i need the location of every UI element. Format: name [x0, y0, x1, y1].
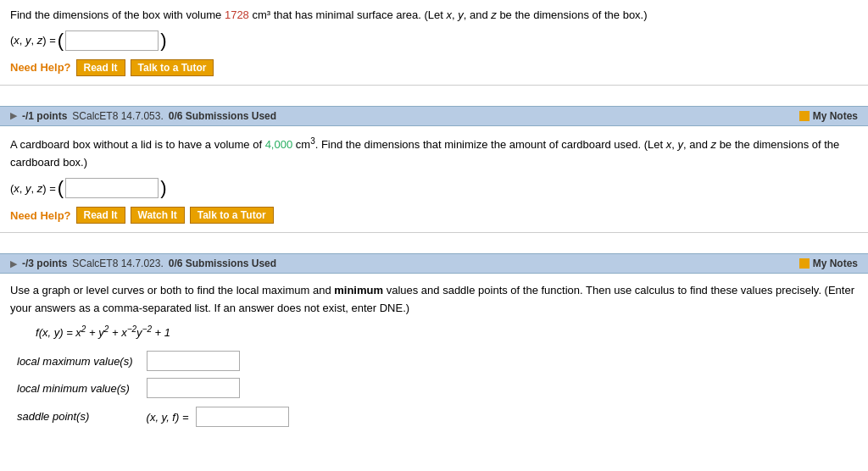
problem2-header: ▶ -/1 points SCalcET8 14.7.053. 0/6 Subm… [0, 106, 868, 126]
problem1-section: Find the dimensions of the box with volu… [0, 0, 868, 85]
close-paren-1: ) [160, 31, 166, 50]
saddle-inner-row: (x, y, f) = [147, 407, 289, 427]
need-help-row-2: Need Help? Read It Watch It Talk to a Tu… [10, 207, 858, 224]
local-min-row: local minimum value(s) [10, 374, 296, 402]
local-max-input[interactable] [147, 351, 240, 371]
answer-input-2[interactable] [65, 178, 159, 198]
read-it-btn-2[interactable]: Read It [76, 207, 125, 224]
problem3-code: SCalcET8 14.7.023. [72, 258, 163, 269]
local-min-label: local minimum value(s) [10, 374, 140, 402]
values-table: local maximum value(s) local minimum val… [10, 347, 296, 430]
answer-label-1: (x, y, z) = [10, 34, 56, 47]
saddle-row-table: saddle point(s) (x, y, f) = [10, 402, 296, 430]
talk-tutor-btn-2[interactable]: Talk to a Tutor [190, 207, 274, 224]
problem2-section: A cardboard box without a lid is to have… [0, 126, 868, 233]
answer-label-2: (x, y, z) = [10, 182, 56, 195]
local-min-cell [140, 374, 296, 402]
close-paren-2: ) [160, 179, 166, 197]
need-help-row-1: Need Help? Read It Talk to a Tutor [10, 59, 858, 76]
problem2-submissions: 0/6 Submissions Used [169, 110, 276, 122]
spacer-2 [0, 233, 868, 247]
spacer-1 [0, 86, 868, 99]
problem3-section: Use a graph or level curves or both to f… [0, 274, 868, 446]
saddle-coords: (x, y, f) = [147, 411, 189, 424]
read-it-btn-1[interactable]: Read It [76, 59, 125, 76]
answer-line-1: (x, y, z) = ( ) [10, 30, 858, 51]
problem3-points: -/3 points [22, 258, 67, 269]
problem2-points: -/1 points [22, 110, 67, 122]
problem3-submissions: 0/6 Submissions Used [169, 258, 276, 269]
open-paren-1: ( [58, 31, 64, 50]
local-max-row: local maximum value(s) [10, 347, 296, 374]
problem3-header-left: ▶ -/3 points SCalcET8 14.7.023. 0/6 Subm… [10, 258, 276, 269]
problem3-text: Use a graph or level curves or both to f… [10, 282, 858, 318]
problem3-header: ▶ -/3 points SCalcET8 14.7.023. 0/6 Subm… [0, 253, 868, 274]
notes-icon-2 [799, 111, 810, 121]
answer-line-2: (x, y, z) = ( ) [10, 178, 858, 198]
problem2-code: SCalcET8 14.7.053. [72, 110, 163, 122]
problem2-header-left: ▶ -/1 points SCalcET8 14.7.053. 0/6 Subm… [10, 110, 276, 122]
need-help-label-1: Need Help? [10, 61, 71, 74]
problem3-header-right: My Notes [799, 258, 858, 269]
problem2-text: A cardboard box without a lid is to have… [10, 135, 858, 172]
local-min-input[interactable] [147, 378, 240, 398]
volume2-unit: cm3 [296, 138, 315, 151]
watch-it-btn-2[interactable]: Watch It [131, 207, 185, 224]
need-help-label-2: Need Help? [10, 209, 71, 222]
problem3-formula: f(x, y) = x2 + y2 + x−2y−2 + 1 [36, 324, 858, 339]
volume1-unit: cm³ [252, 8, 270, 21]
volume1-value: 1728 [225, 8, 249, 21]
local-max-label: local maximum value(s) [10, 347, 140, 374]
talk-tutor-btn-1[interactable]: Talk to a Tutor [131, 59, 214, 76]
notes-icon-3 [799, 258, 810, 269]
saddle-input[interactable] [196, 407, 289, 427]
problem2-header-right: My Notes [799, 110, 858, 122]
problem2-notes-label[interactable]: My Notes [813, 110, 858, 122]
collapse-arrow-3[interactable]: ▶ [10, 258, 17, 269]
collapse-arrow-2[interactable]: ▶ [10, 110, 17, 121]
answer-input-1[interactable] [65, 30, 159, 51]
problem3-notes-label[interactable]: My Notes [813, 258, 858, 269]
saddle-cell: (x, y, f) = [140, 402, 296, 430]
volume2-value: 4,000 [265, 138, 293, 151]
problem1-question: Find the dimensions of the box with volu… [10, 7, 858, 24]
local-max-cell [140, 347, 296, 374]
open-paren-2: ( [58, 179, 64, 197]
page-container: Find the dimensions of the box with volu… [0, 0, 868, 471]
saddle-label: saddle point(s) [10, 402, 140, 430]
